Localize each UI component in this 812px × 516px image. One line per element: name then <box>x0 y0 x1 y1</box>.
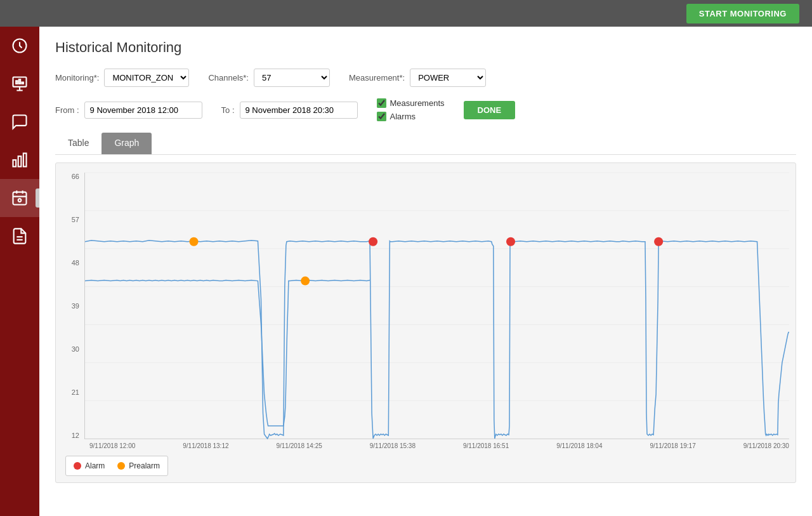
x-label-7: 9/11/2018 20:30 <box>743 442 789 449</box>
sidebar-item-charts[interactable] <box>0 141 39 179</box>
tab-graph[interactable]: Graph <box>102 133 152 154</box>
done-button[interactable]: DONE <box>464 101 516 119</box>
sidebar-item-schedule[interactable] <box>0 179 39 217</box>
y-label-6: 12 <box>65 432 79 439</box>
y-axis: 66 57 48 39 30 21 12 <box>65 173 84 439</box>
alarms-checkbox-label: Alarms <box>390 112 416 121</box>
chart-container: 66 57 48 39 30 21 12 <box>55 162 796 483</box>
alarm-legend-label: Alarm <box>85 461 105 470</box>
sidebar-item-alerts[interactable] <box>0 103 39 141</box>
alarm-dot-1 <box>369 237 377 246</box>
svg-rect-1 <box>13 77 27 87</box>
svg-point-6 <box>18 199 22 202</box>
alarms-checkbox-item: Alarms <box>377 112 445 121</box>
x-label-0: 9/11/2018 12:00 <box>89 442 135 449</box>
from-input[interactable] <box>84 102 202 119</box>
y-label-2: 48 <box>65 259 79 267</box>
y-label-0: 66 <box>65 173 79 180</box>
start-monitoring-button[interactable]: START MONITORING <box>686 4 799 23</box>
sidebar-item-monitor[interactable] <box>0 65 39 103</box>
svg-rect-3 <box>18 156 22 166</box>
alarm-dot-2 <box>506 237 515 246</box>
tabs-row: Table Graph <box>55 133 796 155</box>
svg-rect-2 <box>13 160 16 167</box>
prealarm-legend-dot <box>117 462 125 470</box>
channels-group: Channels*: 57 <box>208 69 330 87</box>
y-label-5: 21 <box>65 388 79 396</box>
form-row-2: From : To : Measurements Alarms DONE <box>55 98 796 121</box>
measurements-checkbox[interactable] <box>377 98 386 108</box>
main-content: Historical Monitoring Monitoring*: MONIT… <box>39 27 812 516</box>
chart-area <box>84 173 789 439</box>
y-label-3: 39 <box>65 302 79 310</box>
to-label: To : <box>221 105 235 115</box>
legend-alarm: Alarm <box>74 461 105 470</box>
chart-wrap: 66 57 48 39 30 21 12 <box>65 173 789 439</box>
measurement-select[interactable]: POWER <box>410 69 486 87</box>
x-label-5: 9/11/2018 18:04 <box>556 442 602 449</box>
to-input[interactable] <box>240 102 358 119</box>
monitoring-group: Monitoring*: MONITOR_ZON <box>55 69 189 87</box>
prealarm-dot-2 <box>301 277 310 286</box>
checkbox-group: Measurements Alarms <box>377 98 445 121</box>
y-label-4: 30 <box>65 345 79 353</box>
measurement-group: Measurement*: POWER <box>349 69 486 87</box>
channels-label: Channels*: <box>208 73 249 83</box>
x-axis: 9/11/2018 12:00 9/11/2018 13:12 9/11/201… <box>65 439 789 449</box>
alarms-checkbox[interactable] <box>377 112 386 121</box>
tab-table[interactable]: Table <box>55 133 102 154</box>
to-group: To : <box>221 102 358 119</box>
from-label: From : <box>55 105 79 115</box>
form-row-1: Monitoring*: MONITOR_ZON Channels*: 57 M… <box>55 69 796 87</box>
chart-svg <box>85 173 789 439</box>
chart-legend: Alarm Prealarm <box>65 456 168 476</box>
monitoring-label: Monitoring*: <box>55 73 99 83</box>
top-bar: START MONITORING <box>0 0 812 27</box>
measurements-checkbox-label: Measurements <box>390 98 445 108</box>
x-label-1: 9/11/2018 13:12 <box>183 442 228 449</box>
y-label-1: 57 <box>65 216 79 223</box>
from-group: From : <box>55 102 202 119</box>
measurements-checkbox-item: Measurements <box>377 98 445 108</box>
legend-prealarm: Prealarm <box>117 461 160 470</box>
x-label-3: 9/11/2018 15:38 <box>370 442 416 449</box>
sidebar <box>0 0 39 516</box>
channels-select[interactable]: 57 <box>254 69 330 87</box>
page-title: Historical Monitoring <box>55 39 796 56</box>
svg-rect-4 <box>23 154 27 167</box>
alarm-dot-3 <box>654 237 663 246</box>
x-label-2: 9/11/2018 14:25 <box>276 442 322 449</box>
alarm-legend-dot <box>74 462 81 470</box>
x-label-4: 9/11/2018 16:51 <box>463 442 509 449</box>
prealarm-legend-label: Prealarm <box>129 461 160 470</box>
sidebar-item-reports[interactable] <box>0 217 39 255</box>
measurement-label: Measurement*: <box>349 73 405 83</box>
prealarm-dot-1 <box>189 237 198 246</box>
x-label-6: 9/11/2018 19:17 <box>650 442 695 449</box>
sidebar-item-dashboard[interactable] <box>0 27 39 65</box>
monitoring-select[interactable]: MONITOR_ZON <box>104 69 189 87</box>
